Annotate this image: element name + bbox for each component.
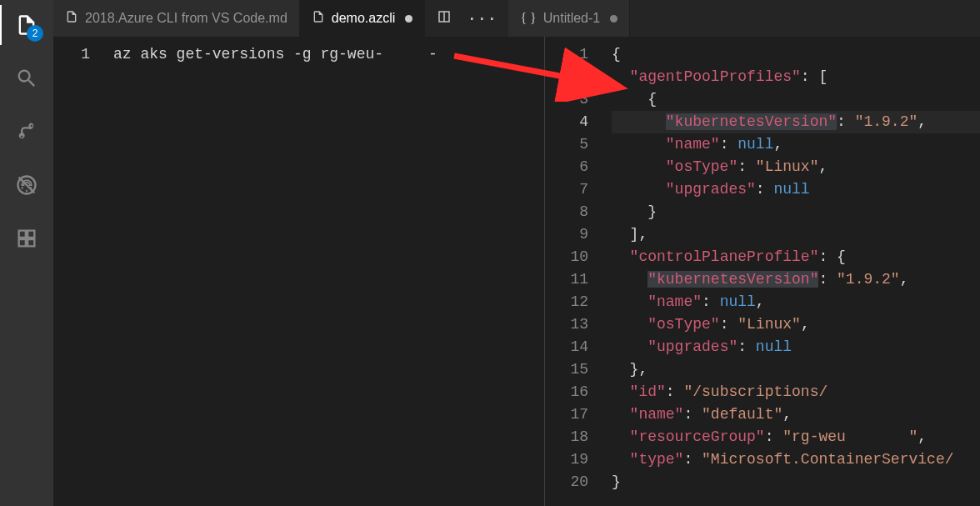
tab-right-0[interactable]: { }Untitled-1 xyxy=(508,0,630,37)
more-actions-icon[interactable]: ··· xyxy=(467,8,497,28)
main-area: 2018.Azure CLI from VS Code.mddemo.azcli… xyxy=(53,0,980,506)
explorer-badge: 2 xyxy=(27,25,43,42)
tab-left-0[interactable]: 2018.Azure CLI from VS Code.md xyxy=(53,0,300,37)
editor-right[interactable]: 1234567891011121314151617181920 { "agent… xyxy=(545,37,980,506)
activity-debug[interactable] xyxy=(7,165,47,205)
gutter-right: 1234567891011121314151617181920 xyxy=(545,37,603,506)
braces-icon: { } xyxy=(520,11,536,26)
editor-left[interactable]: 1 az aks get-versions -g rg-weu- - xyxy=(53,37,545,506)
file-icon xyxy=(312,10,325,27)
editors-split: 1 az aks get-versions -g rg-weu- - 12345… xyxy=(53,37,980,506)
activity-search[interactable] xyxy=(7,58,47,98)
gutter-left: 1 xyxy=(53,37,105,506)
tab-left-1[interactable]: demo.azcli xyxy=(300,0,425,37)
code-right[interactable]: { "agentPoolProfiles": [ { "kubernetesVe… xyxy=(603,37,980,506)
activity-bar: 2 xyxy=(0,0,53,506)
code-left[interactable]: az aks get-versions -g rg-weu- - xyxy=(105,37,544,506)
extensions-icon xyxy=(15,227,38,250)
file-icon xyxy=(65,10,78,27)
modified-dot xyxy=(610,15,618,23)
activity-scm[interactable] xyxy=(7,112,47,152)
tab-label: 2018.Azure CLI from VS Code.md xyxy=(85,11,288,26)
debug-icon xyxy=(15,173,38,197)
modified-dot xyxy=(405,15,412,23)
tab-label: Untitled-1 xyxy=(543,11,600,26)
source-control-icon xyxy=(15,120,38,143)
search-icon xyxy=(15,67,38,90)
tab-label: demo.azcli xyxy=(332,11,395,26)
activity-explorer[interactable]: 2 xyxy=(7,5,47,45)
split-editor-icon[interactable] xyxy=(437,9,452,28)
activity-extensions[interactable] xyxy=(7,218,47,258)
tab-bar: 2018.Azure CLI from VS Code.mddemo.azcli… xyxy=(53,0,980,37)
editor-actions: ··· xyxy=(425,0,508,37)
